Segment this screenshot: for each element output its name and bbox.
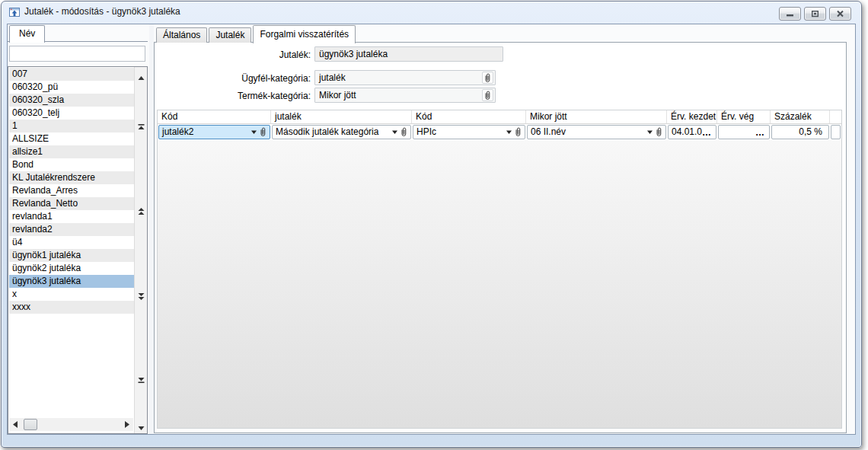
client-area: Név 007060320_pü060320_szla060320_telj1A… — [7, 24, 856, 435]
grid-cell[interactable]: Második jutalék kategória — [271, 124, 412, 140]
name-filter-input[interactable] — [9, 46, 145, 62]
field-jutalek-[interactable]: ügynök3 jutaléka — [314, 46, 503, 62]
list-item[interactable]: 060320_szla — [9, 94, 134, 107]
cell-value: 0,5 % — [772, 126, 828, 139]
field-value: jutalék — [315, 71, 482, 85]
grid-cell[interactable]: 04.01.01.… — [667, 124, 717, 140]
scroll-down-button[interactable] — [136, 423, 146, 432]
column-header-mikor-jott[interactable]: Mikor jött — [526, 110, 667, 124]
restore-button[interactable] — [804, 7, 826, 21]
scroll-left-button[interactable] — [9, 418, 21, 431]
scroll-up-icon — [138, 75, 145, 81]
app-icon — [8, 6, 21, 18]
grid-cell-filler — [830, 124, 841, 140]
scroll-first-icon — [138, 123, 145, 130]
list-item[interactable]: KL Jutalékrendszere — [9, 171, 134, 184]
paperclip-icon — [484, 91, 491, 101]
list-item[interactable]: xxxx — [9, 301, 134, 314]
cell-editor[interactable]: 06 II.név — [527, 125, 666, 139]
close-icon — [836, 10, 844, 18]
scroll-last-button[interactable] — [136, 375, 146, 385]
list-scroll-strip — [134, 67, 147, 433]
ellipsis-button[interactable]: … — [702, 129, 712, 136]
minimize-button[interactable] — [779, 7, 801, 21]
column-header-jutalek[interactable]: jutalék — [271, 110, 412, 124]
cell-editor-buttons[interactable] — [392, 127, 407, 137]
titlebar[interactable]: Jutalék - módosítás - ügynök3 jutaléka — [2, 2, 861, 23]
tab-forgalmi-visszaterites[interactable]: Forgalmi visszatérítés — [253, 25, 356, 43]
horizontal-scrollbar[interactable] — [9, 418, 133, 431]
list-item[interactable]: x — [9, 288, 134, 301]
field-value: ügynök3 jutaléka — [315, 47, 503, 61]
list-item[interactable]: Bond — [9, 158, 134, 171]
chevron-down-icon — [647, 130, 653, 134]
cell-editor[interactable]: HPIc — [413, 125, 525, 139]
scroll-down-icon — [138, 425, 145, 432]
attach-button[interactable] — [482, 72, 493, 84]
cell-editor[interactable]: jutalék2 — [158, 125, 270, 139]
page-up-icon — [138, 208, 145, 215]
scrollbar-thumb[interactable] — [24, 419, 37, 430]
list-item[interactable]: 1 — [9, 120, 134, 132]
chevron-down-icon — [506, 130, 512, 134]
attach-button[interactable] — [482, 89, 493, 101]
scroll-first-button[interactable] — [136, 122, 146, 131]
list-item[interactable]: 060320_telj — [9, 107, 134, 120]
cell-editor[interactable]: 04.01.01.… — [668, 125, 716, 139]
tab-nev[interactable]: Név — [9, 25, 45, 43]
cell-filler — [831, 125, 841, 139]
field-value: Mikor jött — [315, 88, 482, 102]
list-item[interactable]: Revlanda_Netto — [9, 197, 134, 210]
list-item[interactable]: revlanda2 — [9, 223, 134, 236]
field-termek-kategoria-[interactable]: Mikor jött — [314, 88, 496, 103]
column-header-szazalek[interactable]: Százalék — [771, 110, 830, 124]
list-item[interactable]: ALLSIZE — [9, 132, 134, 145]
grid-cell[interactable]: 0,5 % — [771, 124, 830, 140]
grid-empty-area[interactable] — [158, 140, 841, 428]
cell-editor[interactable]: Második jutalék kategória — [272, 125, 411, 139]
right-panel: ÁltalánosJutalékForgalmi visszatérítés J… — [154, 24, 847, 434]
grid-cell[interactable]: 06 II.név — [526, 124, 667, 140]
cell-editor-buttons[interactable] — [506, 127, 522, 137]
cell-editor[interactable]: … — [718, 125, 770, 139]
cell-editor-buttons[interactable] — [251, 127, 266, 137]
grid-cell[interactable]: jutalék2 — [158, 124, 271, 140]
column-header-kod[interactable]: Kód — [158, 110, 271, 124]
paperclip-icon — [515, 127, 522, 137]
column-header-erv-veg[interactable]: Érv. vég — [717, 110, 771, 124]
arrow-right-icon — [125, 421, 129, 428]
list-item[interactable]: 060320_pü — [9, 81, 134, 94]
page-up-button[interactable] — [136, 207, 146, 216]
close-button[interactable] — [829, 7, 851, 21]
list-item[interactable]: ü4 — [9, 236, 134, 249]
column-header-filler — [830, 110, 841, 124]
chevron-down-icon — [251, 130, 257, 134]
list-item[interactable]: ügynök3 jutaléka — [9, 275, 134, 288]
column-header-kod[interactable]: Kód — [412, 110, 526, 124]
list-item[interactable]: ügynök2 jutaléka — [9, 262, 134, 275]
page-down-button[interactable] — [136, 292, 146, 301]
tab-page-forgalmi-visszateres: Jutalék:ügynök3 jutalékaÜgyfél-kategória… — [154, 42, 847, 433]
paperclip-icon — [400, 127, 407, 137]
tab-jutalek[interactable]: Jutalék — [209, 27, 251, 43]
scroll-right-button[interactable] — [121, 418, 133, 431]
tab-altalanos[interactable]: Általános — [156, 27, 207, 43]
scroll-up-button[interactable] — [136, 73, 146, 82]
list-item[interactable]: 007 — [9, 68, 134, 81]
field-ugyfel-kategoria-[interactable]: jutalék — [314, 70, 496, 85]
cell-value: 04.01.01. — [669, 126, 702, 139]
list-item[interactable]: revlanda1 — [9, 210, 134, 223]
list-item[interactable]: Revlanda_Arres — [9, 184, 134, 197]
left-panel: Név 007060320_pü060320_szla060320_telj1A… — [8, 24, 149, 434]
ellipsis-button[interactable]: … — [755, 129, 765, 136]
column-header-erv-kezdet[interactable]: Érv. kezdet — [667, 110, 717, 124]
cell-value: jutalék2 — [159, 126, 251, 139]
scroll-last-icon — [138, 377, 145, 384]
list-item[interactable]: allsize1 — [9, 145, 134, 158]
grid-cell[interactable]: … — [717, 124, 771, 140]
grid-cell[interactable]: HPIc — [412, 124, 526, 140]
list-item[interactable]: ügynök1 jutaléka — [9, 249, 134, 262]
cell-editor-buttons[interactable] — [647, 127, 662, 137]
cell-value: HPIc — [413, 126, 506, 139]
cell-editor[interactable]: 0,5 % — [771, 125, 829, 139]
